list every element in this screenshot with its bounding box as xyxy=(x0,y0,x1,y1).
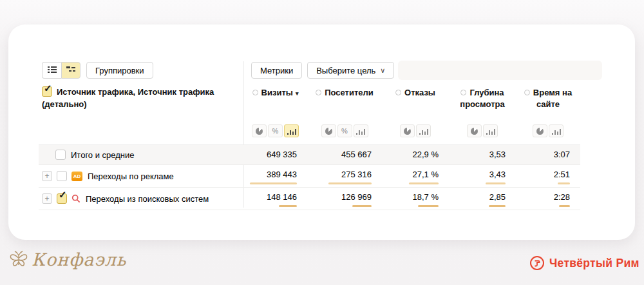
metric-value: 2:51 xyxy=(516,165,580,187)
row-checkbox[interactable] xyxy=(57,171,67,181)
bar-chart-icon-button[interactable] xyxy=(549,124,564,137)
value-bar xyxy=(486,182,506,184)
check-icon: ✓ xyxy=(59,189,67,201)
metric-radio-icon[interactable] xyxy=(460,90,466,95)
time-view-switcher xyxy=(516,124,580,137)
metric-value: 2:28 xyxy=(516,188,580,210)
column-headers: Визиты▾ Посетители Отказы Глубина просмо… xyxy=(243,87,580,110)
bar-chart-icon xyxy=(287,128,296,135)
ad-badge-icon: AD xyxy=(71,172,82,181)
metric-value: 148 146 xyxy=(243,188,307,210)
pie-chart-icon xyxy=(404,128,411,135)
column-label: Визиты xyxy=(261,88,293,97)
goal-select-label: Выберите цель xyxy=(316,66,375,75)
row-checkbox[interactable] xyxy=(55,150,66,160)
brand-chetvertyi-rim-label: Четвёртый Рим xyxy=(549,257,639,270)
metric-value: 275 316 xyxy=(307,165,382,187)
metric-radio-icon[interactable] xyxy=(252,90,258,95)
metric-value: 389 443 xyxy=(243,165,307,187)
metric-radio-icon[interactable] xyxy=(395,90,401,95)
bar-chart-icon-button[interactable] xyxy=(416,124,431,137)
column-header-depth[interactable]: Глубина просмотра xyxy=(449,87,516,110)
report-table: Итого и средние 649 335 455 667 22,9 % 3… xyxy=(39,144,580,210)
dropdown-arrow-icon: ▾ xyxy=(296,90,299,97)
check-icon: ✓ xyxy=(44,82,52,94)
column-header-bounces[interactable]: Отказы xyxy=(382,87,449,110)
phone-circle-icon xyxy=(529,255,545,271)
table-row-search: + ✓ Переходы из поисковых систем 148 146… xyxy=(39,187,580,210)
dimension-checkbox[interactable]: ✓ xyxy=(42,86,52,97)
percent-icon-button[interactable]: % xyxy=(268,124,283,137)
bar-chart-icon xyxy=(356,128,365,135)
pie-chart-icon-button[interactable] xyxy=(321,124,336,137)
column-header-visitors[interactable]: Посетители xyxy=(307,87,382,110)
metric-value: 3,43 xyxy=(449,165,516,187)
butterfly-icon xyxy=(8,248,30,271)
metric-value: 22,9 % xyxy=(382,145,449,164)
report-card: Группировки Метрики Выберите цель ∨ ✓Ист… xyxy=(8,25,635,240)
metric-value: 3,53 xyxy=(449,145,516,164)
row-checkbox[interactable]: ✓ xyxy=(57,193,67,204)
bar-chart-icon xyxy=(486,128,495,135)
pie-chart-icon xyxy=(256,128,263,135)
brand-chetvertyi-rim: Четвёртый Рим xyxy=(529,255,639,271)
bar-chart-icon-button[interactable] xyxy=(354,124,368,137)
visitors-view-switcher: % xyxy=(307,124,382,137)
bar-chart-icon xyxy=(552,128,561,135)
list-view-button[interactable] xyxy=(42,62,61,79)
visits-view-switcher: % xyxy=(243,124,307,137)
view-toggle xyxy=(42,62,80,79)
left-toolbar: Группировки xyxy=(42,62,153,79)
percent-icon: % xyxy=(341,127,348,135)
pie-chart-icon-button[interactable] xyxy=(533,124,547,137)
bar-chart-icon-button[interactable] xyxy=(483,124,498,137)
bar-chart-icon-button[interactable] xyxy=(284,124,299,137)
value-bar xyxy=(418,205,439,207)
bounces-view-switcher xyxy=(382,124,449,137)
totals-row: Итого и средние 649 335 455 667 22,9 % 3… xyxy=(39,144,580,164)
column-label: Глубина просмотра xyxy=(460,88,504,109)
pie-chart-icon-button[interactable] xyxy=(467,124,482,137)
list-view-icon xyxy=(48,66,57,75)
metric-value: 126 969 xyxy=(307,188,382,210)
value-bar xyxy=(279,205,297,207)
metric-radio-icon[interactable] xyxy=(316,90,321,95)
goal-select-button[interactable]: Выберите цель ∨ xyxy=(307,62,394,79)
pie-chart-icon xyxy=(325,128,332,135)
groupings-button[interactable]: Группировки xyxy=(86,62,153,79)
dimension-label: Источник трафика, Источник трафика (дета… xyxy=(42,87,214,109)
pie-chart-icon-button[interactable] xyxy=(400,124,415,137)
pie-chart-icon xyxy=(536,128,544,135)
chart-controls-placeholder xyxy=(398,61,602,80)
column-header-visits[interactable]: Визиты▾ xyxy=(243,87,307,110)
row-label-cell: + AD Переходы по рекламе xyxy=(39,165,243,187)
search-magnifier-icon xyxy=(71,194,80,203)
hierarchy-view-button[interactable] xyxy=(61,62,80,79)
row-label: Итого и средние xyxy=(71,150,134,160)
page: Группировки Метрики Выберите цель ∨ ✓Ист… xyxy=(0,0,644,285)
depth-view-switcher xyxy=(449,124,516,137)
pie-chart-icon xyxy=(471,128,478,135)
expand-button[interactable]: + xyxy=(42,171,52,181)
metric-value: 3:07 xyxy=(516,145,580,164)
expand-button[interactable]: + xyxy=(42,193,52,204)
column-label: Время на сайте xyxy=(533,88,572,109)
hierarchy-view-icon xyxy=(66,66,75,75)
metric-value: 649 335 xyxy=(243,145,307,164)
value-bar xyxy=(250,182,297,184)
value-bar xyxy=(409,182,439,184)
percent-icon-button[interactable]: % xyxy=(337,124,352,137)
row-label-cell: Итого и средние xyxy=(39,145,243,164)
row-label: Переходы из поисковых систем xyxy=(86,194,209,204)
pie-chart-icon-button[interactable] xyxy=(252,124,267,137)
value-bar xyxy=(559,205,570,207)
column-label: Посетители xyxy=(325,88,374,97)
right-toolbar: Метрики Выберите цель ∨ xyxy=(251,62,394,79)
brand-konfael: Конфаэль xyxy=(8,248,126,271)
dimension-header: ✓Источник трафика, Источник трафика (дет… xyxy=(42,86,238,110)
column-header-time-on-site[interactable]: Время на сайте xyxy=(516,87,580,110)
metric-value: 18,7 % xyxy=(382,188,449,210)
brand-konfael-label: Конфаэль xyxy=(32,250,126,270)
metrics-button[interactable]: Метрики xyxy=(251,62,302,79)
metric-radio-icon[interactable] xyxy=(524,90,530,95)
